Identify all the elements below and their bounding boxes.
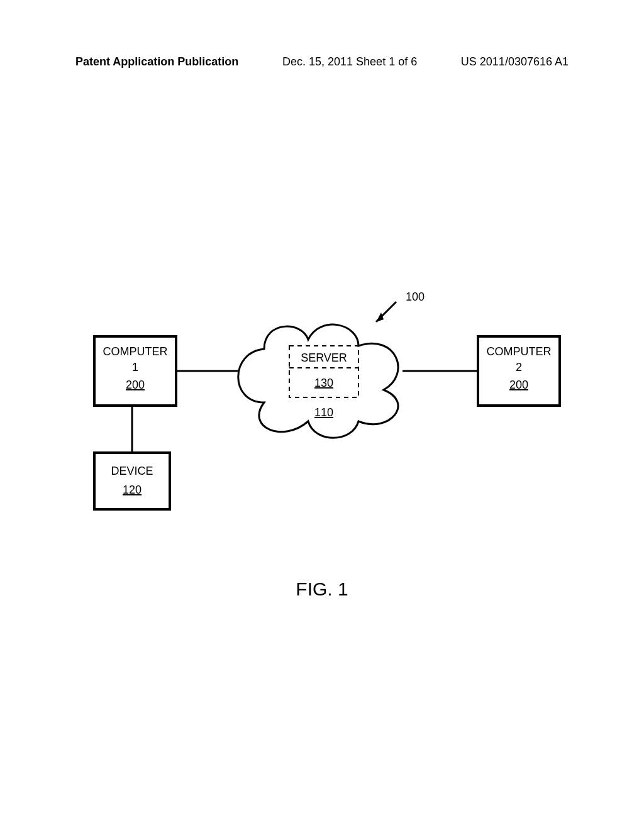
- computer-1-title: COMPUTER: [103, 345, 168, 358]
- svg-marker-3: [376, 313, 384, 322]
- header-publication: Patent Application Publication: [75, 55, 238, 69]
- figure-svg: SERVER 130 110 100 COMPUTER 1 200 CO: [75, 270, 569, 560]
- device-block: DEVICE 120: [94, 453, 170, 509]
- computer-1-ref: 200: [126, 379, 145, 391]
- header-date-sheet: Dec. 15, 2011 Sheet 1 of 6: [282, 55, 417, 69]
- computer-2-block: COMPUTER 2 200: [478, 336, 560, 406]
- computer-2-title: COMPUTER: [487, 345, 552, 358]
- server-ref: 130: [314, 377, 333, 389]
- cloud-ref: 110: [314, 406, 333, 419]
- device-title: DEVICE: [111, 465, 153, 477]
- computer-1-num: 1: [132, 361, 138, 374]
- page-header: Patent Application Publication Dec. 15, …: [0, 55, 644, 69]
- figure-label: FIG. 1: [0, 578, 644, 600]
- page: Patent Application Publication Dec. 15, …: [0, 0, 644, 830]
- server-label: SERVER: [301, 351, 347, 364]
- device-ref: 120: [123, 484, 142, 496]
- svg-rect-6: [94, 453, 170, 509]
- computer-2-ref: 200: [509, 379, 528, 391]
- computer-2-num: 2: [516, 361, 522, 374]
- header-document-number: US 2011/0307616 A1: [461, 55, 569, 69]
- figure-canvas: SERVER 130 110 100 COMPUTER 1 200 CO: [75, 270, 569, 560]
- system-ref-callout: 100: [376, 290, 425, 322]
- system-ref: 100: [406, 290, 425, 303]
- computer-1-block: COMPUTER 1 200: [94, 336, 176, 406]
